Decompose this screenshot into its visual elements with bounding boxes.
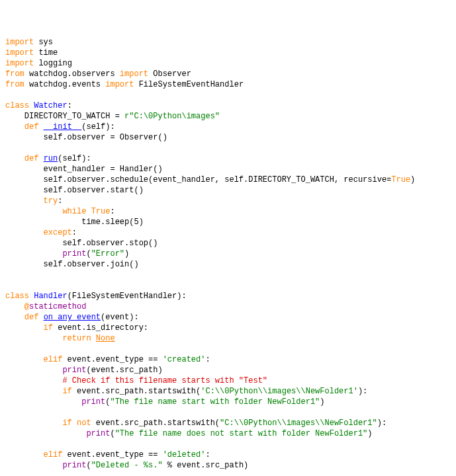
code-line: self.observer.join() xyxy=(5,259,451,270)
code-token: time.sleep( xyxy=(5,218,134,227)
code-token: logging xyxy=(34,59,72,68)
code-line xyxy=(5,439,451,450)
code-token: event.src_path.startswith( xyxy=(72,387,201,396)
code-token: elif xyxy=(44,355,63,364)
code-line: while True: xyxy=(5,206,451,217)
code-token xyxy=(5,418,62,428)
code-token: self.observer.join() xyxy=(5,260,139,269)
code-token: def xyxy=(24,122,39,132)
code-token xyxy=(5,228,44,237)
code-block: import sysimport timeimport loggingfrom … xyxy=(5,37,451,476)
code-token: print xyxy=(62,461,86,470)
code-token: self.observer.schedule(event_handler, se… xyxy=(5,175,391,184)
code-token xyxy=(5,122,24,132)
code-token xyxy=(91,334,96,343)
code-token: ( xyxy=(86,249,91,258)
code-token: (self): xyxy=(81,122,114,132)
code-token: ) xyxy=(320,397,324,407)
code-token: __init__ xyxy=(44,122,82,132)
code-line: except: xyxy=(5,227,451,238)
code-token: on_any_event xyxy=(44,313,101,322)
code-line xyxy=(5,407,451,418)
code-line: class Handler(FileSystemEventHandler): xyxy=(5,291,451,301)
code-token: "The file name start with folder NewFold… xyxy=(110,397,320,407)
code-token xyxy=(5,207,62,216)
code-line: class Watcher: xyxy=(5,100,451,111)
code-token: # Check if this filename starts with "Te… xyxy=(62,376,267,385)
code-token: class xyxy=(5,101,29,110)
code-token: : xyxy=(68,101,72,110)
code-token: "Error" xyxy=(91,249,124,258)
code-token: run xyxy=(44,154,58,163)
code-token: True xyxy=(391,175,410,184)
code-token: ( xyxy=(110,429,114,438)
code-token: self.observer.stop() xyxy=(5,239,158,248)
code-token: FileSystemEventHandler xyxy=(134,80,244,89)
code-token: "The file name does not start with folde… xyxy=(115,429,368,438)
code-token: event.is_directory: xyxy=(53,323,148,333)
code-line: import sys xyxy=(5,37,451,48)
code-line: if event.src_path.startswith('C:\\0Pytho… xyxy=(5,386,451,397)
code-token: except xyxy=(44,228,72,237)
code-token: if xyxy=(44,323,53,333)
code-line: from watchdog.events import FileSystemEv… xyxy=(5,79,451,90)
code-token: if xyxy=(62,418,71,428)
code-token: 5 xyxy=(134,218,138,227)
code-token xyxy=(5,323,44,333)
code-token: 'C:\\0Python\\images\\NewFolder1' xyxy=(201,387,358,396)
code-line: elif event.event_type == 'created': xyxy=(5,354,451,365)
code-token: ) xyxy=(410,175,415,184)
code-token: : xyxy=(110,207,114,216)
code-token xyxy=(5,461,62,470)
code-line: self.observer = Observer() xyxy=(5,132,451,143)
code-token: % event.src_path) xyxy=(163,461,249,470)
code-token: time xyxy=(34,48,58,58)
code-token: print xyxy=(81,397,105,407)
code-token: import xyxy=(5,48,34,58)
code-token: event_handler = Handler() xyxy=(5,165,163,174)
code-token: staticmethod xyxy=(29,302,86,311)
code-line: event_handler = Handler() xyxy=(5,164,451,175)
code-token: watchdog.events xyxy=(24,80,105,89)
code-token: from xyxy=(5,80,24,89)
code-token: ) xyxy=(139,218,144,227)
code-line: self.observer.stop() xyxy=(5,238,451,249)
code-line xyxy=(5,344,451,354)
code-token: DIRECTORY_TO_WATCH = xyxy=(5,112,124,121)
code-token: Watcher xyxy=(34,101,67,110)
code-token: event.event_type == xyxy=(62,450,162,459)
code-line: try: xyxy=(5,196,451,206)
code-token: "C:\\0Python\\images\\NewFolder1" xyxy=(220,418,377,428)
code-line: return None xyxy=(5,333,451,344)
code-token xyxy=(5,450,44,459)
code-token xyxy=(5,366,62,375)
code-token: sys xyxy=(34,38,53,47)
code-line: if event.is_directory: xyxy=(5,323,451,333)
code-token xyxy=(5,249,62,258)
code-token: watchdog.observers xyxy=(24,69,120,79)
code-line: print("The file name start with folder N… xyxy=(5,397,451,407)
code-token xyxy=(5,196,44,206)
code-line: @staticmethod xyxy=(5,301,451,312)
code-token: from xyxy=(5,69,24,79)
code-token: (FileSystemEventHandler): xyxy=(68,292,187,301)
code-line: self.observer.start() xyxy=(5,185,451,196)
code-token xyxy=(5,387,62,396)
code-token: if xyxy=(62,387,71,396)
code-token: event.src_path.startswith( xyxy=(91,418,220,428)
code-line: from watchdog.observers import Observer xyxy=(5,69,451,79)
code-line: print(event.src_path) xyxy=(5,365,451,376)
code-token: r"C:\0Python\images" xyxy=(124,112,220,121)
code-line xyxy=(5,270,451,280)
code-line: if not event.src_path.startswith("C:\\0P… xyxy=(5,418,451,428)
code-token: : xyxy=(72,228,77,237)
code-token: import xyxy=(5,59,34,68)
code-token: return xyxy=(62,334,91,343)
code-token: : xyxy=(58,196,62,206)
code-token: self.observer.start() xyxy=(5,186,144,195)
code-token xyxy=(38,313,43,322)
code-token: self.observer = Observer() xyxy=(5,133,167,142)
code-token xyxy=(5,154,24,163)
code-token: ) xyxy=(367,429,372,438)
code-token: import xyxy=(105,80,134,89)
